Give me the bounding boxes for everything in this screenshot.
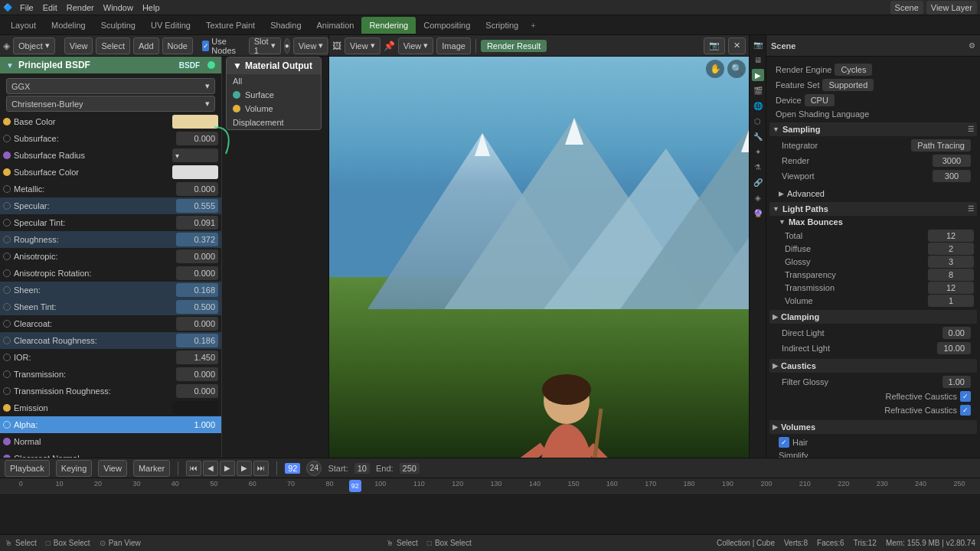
tab-compositing[interactable]: Compositing <box>416 17 478 34</box>
view-nav-zoom[interactable]: 🔍 <box>727 60 746 78</box>
keying-menu[interactable]: Keying <box>56 460 93 477</box>
base-color-swatch[interactable] <box>172 115 218 129</box>
tab-scripting[interactable]: Scripting <box>478 17 526 34</box>
filter-glossy-value[interactable]: 1.00 <box>942 376 971 388</box>
tab-modeling[interactable]: Modeling <box>44 17 93 34</box>
direct-light-value[interactable]: 0.00 <box>942 327 971 339</box>
tab-rendering[interactable]: Rendering <box>361 17 416 34</box>
data-properties-icon[interactable]: ◈ <box>752 191 764 204</box>
light-paths-options[interactable]: ☰ <box>968 205 974 213</box>
clearcoat-normal-socket[interactable] <box>3 455 11 458</box>
specular-tint-value[interactable] <box>176 216 218 230</box>
select-menu[interactable]: Select <box>96 37 130 54</box>
light-paths-header[interactable]: ▼ Light Paths ☰ <box>769 202 977 216</box>
particle-properties-icon[interactable]: ✦ <box>752 145 764 158</box>
close-render-btn[interactable]: ✕ <box>728 37 746 54</box>
view-menu[interactable]: View <box>64 37 93 54</box>
indirect-light-value[interactable]: 10.00 <box>937 342 971 354</box>
clearcoat-value[interactable] <box>176 317 218 331</box>
trans-roughness-value[interactable] <box>176 384 218 398</box>
scene-selector[interactable]: Scene <box>890 1 923 15</box>
clearcoat-roughness-socket[interactable] <box>3 337 11 344</box>
emission-swatch[interactable] <box>172 401 218 415</box>
current-frame-indicator[interactable]: 92 <box>349 480 361 492</box>
render-properties-icon[interactable]: ▶ <box>752 69 764 81</box>
clearcoat-roughness-value[interactable] <box>176 334 218 347</box>
advanced-header[interactable]: ▶ Advanced <box>769 187 977 201</box>
camera-properties-icon[interactable]: 📷 <box>752 38 764 51</box>
jump-end-btn[interactable]: ⏭ <box>253 461 269 476</box>
alpha-socket[interactable] <box>3 421 11 429</box>
add-menu[interactable]: Add <box>133 37 159 54</box>
menu-file[interactable]: File <box>15 3 38 12</box>
transparency-value[interactable]: 8 <box>928 269 974 281</box>
max-bounces-header[interactable]: ▼ Max Bounces <box>776 216 977 228</box>
anisotropic-value[interactable] <box>176 249 218 263</box>
normal-socket[interactable] <box>3 438 11 445</box>
current-frame[interactable]: 92 <box>285 463 300 474</box>
total-value[interactable]: 12 <box>928 230 974 242</box>
view-menu-2[interactable]: View ▾ <box>293 37 329 54</box>
tab-shading[interactable]: Shading <box>263 17 309 34</box>
jump-start-btn[interactable]: ⏮ <box>186 461 201 476</box>
node-collapse-triangle[interactable]: ▼ <box>6 61 14 70</box>
slot-dropdown[interactable]: Slot 1 ▾ <box>249 37 281 54</box>
transmission-value[interactable] <box>176 367 218 381</box>
ior-socket[interactable] <box>3 354 11 361</box>
base-color-socket[interactable] <box>3 118 11 126</box>
play-btn[interactable]: ▶ <box>220 461 235 476</box>
integrator-value[interactable]: Path Tracing <box>911 139 971 152</box>
render-samples-value[interactable]: 3000 <box>933 155 971 167</box>
output-properties-icon[interactable]: 🖥 <box>752 54 764 66</box>
anisotropic-rot-value[interactable] <box>176 266 218 280</box>
scene-properties-icon[interactable]: 🎬 <box>752 84 764 96</box>
menu-window[interactable]: Window <box>99 3 138 12</box>
start-frame[interactable]: 10 <box>354 463 370 474</box>
surface-input-socket[interactable] <box>233 91 240 99</box>
menu-help[interactable]: Help <box>138 3 165 12</box>
metallic-socket[interactable] <box>3 185 11 193</box>
roughness-value[interactable] <box>176 233 218 246</box>
subsurface-color-swatch[interactable] <box>172 165 218 179</box>
roughness-socket[interactable] <box>3 236 11 243</box>
transmission-value[interactable]: 12 <box>928 282 974 294</box>
subsurface-radius-socket[interactable] <box>3 152 11 159</box>
playback-menu[interactable]: Playback <box>5 460 50 477</box>
properties-icon[interactable]: ⚙ <box>969 41 975 50</box>
view-layer-selector[interactable]: View Layer <box>926 1 977 15</box>
marker-menu[interactable]: Marker <box>133 460 170 477</box>
alpha-value[interactable] <box>176 418 218 432</box>
fps-indicator[interactable]: 24 <box>306 461 322 476</box>
end-frame[interactable]: 250 <box>400 463 420 474</box>
refractive-caustics-checkbox[interactable]: ✓ <box>960 405 971 416</box>
subsurface-radius-dropdown[interactable]: ▾ <box>172 148 218 162</box>
anisotropic-socket[interactable] <box>3 253 11 260</box>
view-dropdown[interactable]: View ▾ <box>345 37 381 54</box>
image-menu[interactable]: Image <box>436 37 471 54</box>
render-engine-value[interactable]: Cycles <box>835 64 872 76</box>
tab-add[interactable]: + <box>526 19 540 31</box>
sheen-tint-socket[interactable] <box>3 303 11 311</box>
sampling-header[interactable]: ▼ Sampling ☰ <box>769 122 977 136</box>
node-material-icon[interactable]: ● <box>284 38 290 54</box>
specular-tint-socket[interactable] <box>3 219 11 227</box>
tab-uv-editing[interactable]: UV Editing <box>143 17 198 34</box>
sheen-tint-value[interactable] <box>176 300 218 314</box>
tab-texture-paint[interactable]: Texture Paint <box>198 17 263 34</box>
subsurface-value[interactable] <box>176 132 218 145</box>
tab-sculpting[interactable]: Sculpting <box>93 17 143 34</box>
clearcoat-socket[interactable] <box>3 320 11 328</box>
physics-properties-icon[interactable]: ⚗ <box>752 161 764 173</box>
tab-layout[interactable]: Layout <box>3 17 44 34</box>
pin-icon[interactable]: 📌 <box>384 41 395 51</box>
distribution-dropdown[interactable]: GGX ▾ <box>6 78 215 94</box>
menu-render[interactable]: Render <box>62 3 99 12</box>
tab-animation[interactable]: Animation <box>309 17 362 34</box>
subsurface-method-dropdown[interactable]: Christensen-Burley ▾ <box>6 96 215 112</box>
clamping-header[interactable]: ▶ Clamping <box>769 310 977 324</box>
transmission-socket[interactable] <box>3 370 11 378</box>
emission-socket[interactable] <box>3 404 11 412</box>
step-back-btn[interactable]: ◀ <box>203 461 218 476</box>
subsurface-color-socket[interactable] <box>3 168 11 176</box>
use-nodes-toggle[interactable]: ✓ Use Nodes <box>202 37 240 55</box>
